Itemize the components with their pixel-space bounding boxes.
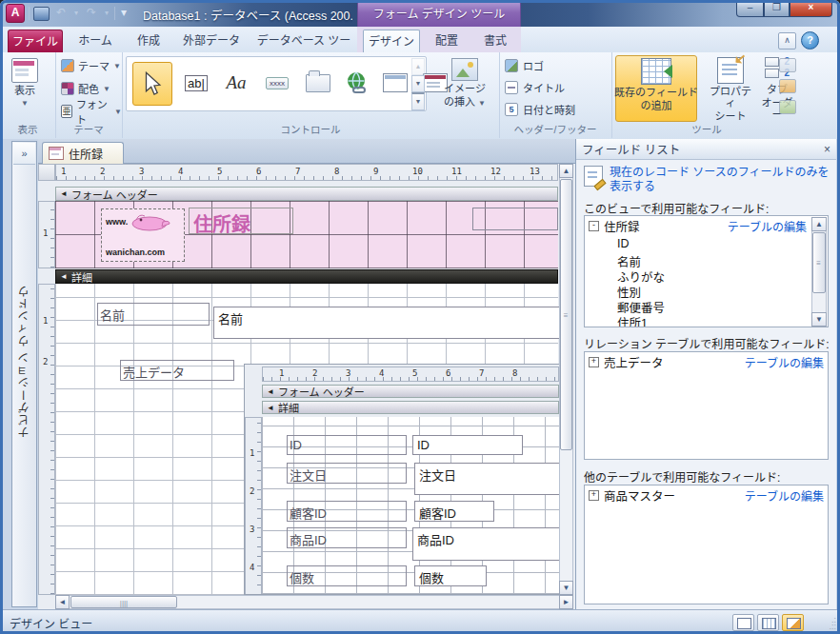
subform-new-window-icon[interactable]: [779, 58, 796, 72]
customer-id-textbox-control[interactable]: 顧客ID: [414, 501, 494, 522]
property-sheet-button[interactable]: プロパティ シート: [703, 55, 758, 124]
expand-icon[interactable]: +: [589, 357, 599, 367]
horizontal-ruler[interactable]: 1 2 3 4 5 6 7 8 9 10 11 12 13: [55, 164, 558, 181]
subform-horizontal-ruler[interactable]: 1 2 3 4 5 6 7 8: [262, 367, 559, 382]
edit-table-link[interactable]: テーブルの編集: [745, 487, 824, 504]
theme-fonts-button[interactable]: 亜 フォント▼: [61, 102, 122, 121]
tab-create[interactable]: 作成: [126, 30, 171, 52]
tab-database-tools[interactable]: データベース ツール: [251, 30, 356, 52]
tab-design[interactable]: デザイン: [363, 30, 420, 52]
field-list-scroll-down-icon[interactable]: ▼: [811, 312, 827, 327]
label-control-button[interactable]: Aa: [220, 65, 252, 101]
textbox-control-button[interactable]: ab|: [180, 65, 212, 101]
add-existing-fields-button[interactable]: 既存のフィールド の追加: [615, 55, 697, 122]
view-button[interactable]: 表示 ▼: [9, 56, 41, 111]
themes-button[interactable]: テーマ▼: [61, 56, 121, 75]
subform-detail-section[interactable]: ID ID 注文日 注文日 顧客ID 顧客ID 商品ID 商品ID 個数 個数: [262, 417, 559, 594]
form-title-label[interactable]: 住所録: [189, 208, 293, 234]
vertical-ruler-detail[interactable]: 1 2: [38, 284, 55, 595]
close-button[interactable]: ×: [790, 0, 832, 17]
sales-data-subform[interactable]: 1 2 3 4 5 6 7 8 ◄ フォーム ヘッダー: [244, 364, 560, 595]
tab-format[interactable]: 書式: [473, 30, 517, 52]
subform-section-bar-header[interactable]: ◄ フォーム ヘッダー: [262, 385, 559, 398]
redo-icon[interactable]: ↷: [84, 6, 99, 21]
detail-section[interactable]: 名前 名前 売上データ 1 2 3 4 5 6 7 8: [55, 284, 558, 595]
id-textbox-control[interactable]: ID: [412, 435, 523, 455]
canvas-vscroll-thumb[interactable]: ≡: [560, 179, 572, 450]
canvas-scroll-right-icon[interactable]: ►: [559, 595, 573, 609]
document-tab-juushoroku[interactable]: 住所録: [42, 142, 124, 164]
edit-table-link[interactable]: テーブルの編集: [728, 218, 807, 234]
expand-nav-pane-icon[interactable]: »: [13, 143, 35, 165]
save-icon[interactable]: [33, 7, 50, 21]
canvas-scroll-up-icon[interactable]: ▲: [559, 164, 573, 178]
canvas-scroll-left-icon[interactable]: ◄: [55, 595, 70, 609]
field-list-scroll-thumb[interactable]: ≡: [812, 232, 826, 293]
hyperlink-control-button[interactable]: [340, 65, 372, 101]
convert-macros-icon[interactable]: [779, 100, 796, 114]
redo-dropdown-icon[interactable]: ▾: [103, 6, 110, 21]
field-list-scroll-up-icon[interactable]: ▲: [811, 217, 827, 231]
form-view-button[interactable]: [732, 614, 754, 631]
insert-image-button[interactable]: イメージ の挿入 ▼: [436, 56, 493, 111]
subform-section-bar-detail[interactable]: ◄ 詳細: [262, 401, 559, 414]
logo-button[interactable]: ロゴ: [505, 57, 544, 74]
button-control-button[interactable]: xxxx: [260, 65, 294, 101]
canvas-scroll-down-icon[interactable]: ▼: [559, 581, 573, 595]
tab-external-data[interactable]: 外部データ: [175, 30, 248, 52]
undo-dropdown-icon[interactable]: ▾: [72, 6, 80, 21]
view-code-icon[interactable]: [779, 79, 796, 93]
section-bar-form-header[interactable]: ◄ フォーム ヘッダー: [55, 187, 558, 201]
tab-home[interactable]: ホーム: [69, 30, 122, 52]
undo-icon[interactable]: ↶: [53, 6, 69, 21]
title-button[interactable]: タイトル: [505, 79, 565, 96]
maximize-button[interactable]: ❐: [764, 0, 790, 17]
customize-qat-icon[interactable]: ▾: [119, 6, 129, 21]
name-textbox-control[interactable]: 名前: [213, 307, 568, 339]
canvas-hscroll-thumb[interactable]: ||||: [70, 596, 177, 608]
date-time-button[interactable]: 5 日付と時刻: [505, 101, 575, 118]
field-item-address1[interactable]: 住所1: [617, 313, 648, 327]
design-view-button[interactable]: [782, 614, 804, 631]
minimize-button[interactable]: –: [736, 0, 764, 17]
select-tool-button[interactable]: [132, 62, 172, 106]
product-id-textbox-control[interactable]: 商品ID: [412, 527, 560, 561]
order-date-label-control[interactable]: 注文日: [287, 463, 407, 484]
vertical-ruler-header[interactable]: 1: [38, 201, 55, 268]
gallery-scroll-up-icon[interactable]: ▲: [411, 58, 425, 75]
resize-grip[interactable]: .:.::: [823, 617, 836, 630]
show-only-current-source-link[interactable]: 現在のレコード ソースのフィールドのみを表示する: [584, 166, 830, 194]
name-label-control[interactable]: 名前: [97, 303, 210, 326]
gallery-scroll-down-icon[interactable]: ▼: [411, 75, 425, 92]
field-item-id[interactable]: ID: [617, 237, 630, 250]
logo-image-control[interactable]: www. wanichan.com: [101, 208, 185, 262]
product-id-label-control[interactable]: 商品ID: [287, 527, 407, 548]
navigation-pane-label[interactable]: ナビゲーション ウィンドウ: [16, 285, 32, 437]
help-icon[interactable]: ?: [801, 31, 819, 50]
quantity-textbox-control[interactable]: 個数: [414, 565, 487, 586]
datasheet-view-button[interactable]: [757, 614, 779, 631]
theme-colors-button[interactable]: 配色▼: [61, 79, 110, 98]
order-date-textbox-control[interactable]: 注文日: [414, 463, 560, 495]
access-app-icon[interactable]: A: [6, 4, 25, 23]
table-row-shouhin-master[interactable]: + 商品マスター テーブルの編集: [589, 487, 824, 504]
edit-table-link[interactable]: テーブルの編集: [745, 354, 824, 370]
gallery-more-icon[interactable]: ▼: [411, 92, 425, 110]
id-label-control[interactable]: ID: [287, 435, 407, 455]
quantity-label-control[interactable]: 個数: [287, 565, 407, 586]
tab-file[interactable]: ファイル: [8, 30, 63, 52]
subform-vertical-ruler[interactable]: 1 2 3 4: [245, 417, 262, 595]
expand-icon[interactable]: +: [589, 490, 599, 501]
table-row-juushoroku[interactable]: - 住所録 テーブルの編集: [589, 218, 807, 234]
customer-id-label-control[interactable]: 顧客ID: [287, 501, 407, 522]
section-bar-detail[interactable]: ◄ 詳細: [55, 269, 558, 284]
tab-control-button[interactable]: [302, 65, 334, 101]
sales-subform-label[interactable]: 売上データ: [120, 360, 234, 381]
web-browser-control-button[interactable]: [378, 65, 412, 101]
header-empty-control[interactable]: [472, 208, 558, 230]
collapse-icon[interactable]: -: [589, 221, 599, 231]
collapse-ribbon-icon[interactable]: ∧: [778, 32, 796, 50]
tab-arrange[interactable]: 配置: [425, 30, 469, 52]
form-header-section[interactable]: www. wanichan.com 住所録: [55, 201, 558, 268]
field-list-close-icon[interactable]: ×: [824, 144, 830, 155]
